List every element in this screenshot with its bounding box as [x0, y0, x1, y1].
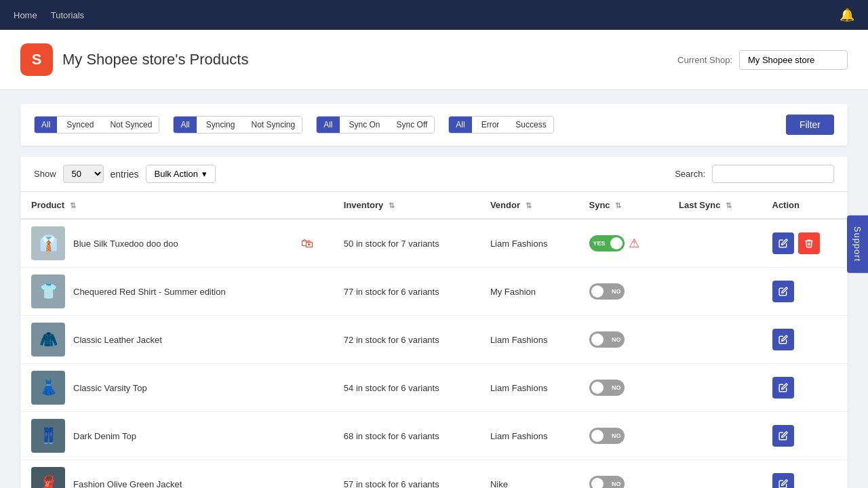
- col-shopee: [290, 192, 332, 219]
- sync-toggle[interactable]: NO: [589, 380, 625, 396]
- table-head: Product ⇅ Inventory ⇅ Vendor ⇅ Sync ⇅: [20, 192, 848, 219]
- products-table: Product ⇅ Inventory ⇅ Vendor ⇅ Sync ⇅: [20, 192, 848, 488]
- error-status-filter: All Error Success: [448, 116, 553, 134]
- action-cell: [762, 316, 848, 364]
- search-label: Search:: [675, 169, 705, 179]
- filter-synced[interactable]: Synced: [60, 117, 100, 133]
- filter-error[interactable]: Error: [475, 117, 507, 133]
- nav-home[interactable]: Home: [14, 10, 37, 20]
- filter-bar: All Synced Not Synced All Syncing Not Sy…: [20, 104, 848, 146]
- bulk-action-chevron-icon: ▾: [202, 169, 207, 179]
- product-cell: 👕 Chequered Red Shirt - Summer edition: [20, 268, 290, 316]
- edit-icon: [778, 287, 788, 296]
- filter-sync-off[interactable]: Sync Off: [390, 117, 435, 133]
- vendor-cell: Liam Fashions: [479, 316, 578, 364]
- col-inventory: Inventory ⇅: [333, 192, 479, 219]
- filter-all-error[interactable]: All: [449, 117, 471, 133]
- action-buttons: [772, 377, 837, 399]
- filter-all-onoff[interactable]: All: [317, 117, 339, 133]
- current-shop-input[interactable]: [739, 50, 848, 70]
- product-cell: 👔 Blue Silk Tuxedoo doo doo: [20, 219, 290, 268]
- product-name: Classic Leather Jacket: [73, 335, 162, 345]
- last-sync-cell: [668, 316, 762, 364]
- product-name: Dark Denim Top: [73, 431, 136, 441]
- filter-not-synced[interactable]: Not Synced: [103, 117, 159, 133]
- action-buttons: [772, 281, 837, 302]
- vendor-sort-icon[interactable]: ⇅: [526, 201, 532, 210]
- edit-button[interactable]: [772, 232, 794, 254]
- sync-sort-icon[interactable]: ⇅: [615, 201, 621, 210]
- action-cell: [762, 219, 848, 268]
- filter-sync-on[interactable]: Sync On: [342, 117, 387, 133]
- action-buttons: [772, 473, 837, 488]
- filter-all-sync[interactable]: All: [35, 117, 57, 133]
- vendor-cell: Liam Fashions: [479, 364, 578, 412]
- table-body: 👔 Blue Silk Tuxedoo doo doo 🛍50 in stock…: [20, 219, 848, 488]
- sync-toggle[interactable]: YES: [589, 235, 625, 251]
- edit-button[interactable]: [772, 329, 794, 350]
- inventory-cell: 68 in stock for 6 variants: [333, 412, 479, 460]
- table-controls: Show 50 25 100 entries Bulk Action ▾ Sea…: [20, 157, 848, 192]
- search-input[interactable]: [712, 165, 834, 183]
- sync-toggle[interactable]: NO: [589, 331, 625, 348]
- edit-button[interactable]: [772, 425, 794, 447]
- bulk-action-label: Bulk Action: [155, 169, 198, 179]
- action-buttons: [772, 232, 837, 254]
- main-content: All Synced Not Synced All Syncing Not Sy…: [0, 90, 868, 488]
- sync-toggle[interactable]: NO: [589, 428, 625, 444]
- edit-icon: [778, 383, 788, 392]
- syncing-status-filter: All Syncing Not Syncing: [173, 116, 302, 134]
- product-name: Chequered Red Shirt - Summer edition: [73, 287, 226, 297]
- product-cell: 🧥 Classic Leather Jacket: [20, 316, 290, 364]
- action-cell: [762, 412, 848, 460]
- filter-success[interactable]: Success: [509, 117, 553, 133]
- page-title: My Shopee store's Products: [62, 51, 248, 68]
- edit-icon: [778, 239, 788, 248]
- delete-button[interactable]: [798, 232, 820, 254]
- edit-button[interactable]: [772, 473, 794, 488]
- sync-toggle[interactable]: NO: [589, 283, 625, 300]
- inventory-sort-icon[interactable]: ⇅: [389, 201, 395, 210]
- product-sort-icon[interactable]: ⇅: [70, 201, 76, 210]
- action-buttons: [772, 425, 837, 447]
- last-sync-sort-icon[interactable]: ⇅: [726, 201, 732, 210]
- product-name: Classic Varsity Top: [73, 383, 147, 393]
- shopee-icon-cell: [290, 364, 332, 412]
- entries-select[interactable]: 50 25 100: [63, 165, 104, 183]
- product-image: 👕: [31, 274, 65, 308]
- shopee-bag-icon: 🛍: [301, 237, 313, 250]
- sync-cell: YES ⚠: [578, 219, 668, 268]
- table-row: 👔 Blue Silk Tuxedoo doo doo 🛍50 in stock…: [20, 219, 848, 268]
- shopee-icon-cell: [290, 460, 332, 489]
- edit-icon: [778, 431, 788, 441]
- vendor-cell: My Fashion: [479, 268, 578, 316]
- inventory-cell: 50 in stock for 7 variants: [333, 219, 479, 268]
- filter-all-syncing[interactable]: All: [174, 117, 196, 133]
- bulk-action-button[interactable]: Bulk Action ▾: [146, 165, 216, 183]
- error-icon: ⚠: [629, 236, 639, 251]
- logo-letter: S: [32, 51, 42, 68]
- table-row: 🧣 Fashion Olive Green Jacket 57 in stock…: [20, 460, 848, 489]
- edit-button[interactable]: [772, 377, 794, 399]
- edit-button[interactable]: [772, 281, 794, 302]
- nav-tutorials[interactable]: Tutorials: [51, 10, 84, 20]
- sync-toggle[interactable]: NO: [589, 476, 625, 488]
- sync-cell: NO: [578, 460, 668, 489]
- sync-status-filter: All Synced Not Synced: [34, 116, 159, 134]
- filter-syncing[interactable]: Syncing: [199, 117, 242, 133]
- action-buttons: [772, 329, 837, 350]
- delete-icon: [804, 239, 814, 248]
- filter-button[interactable]: Filter: [786, 115, 834, 135]
- col-product: Product ⇅: [20, 192, 290, 219]
- current-shop-label: Current Shop:: [677, 55, 732, 65]
- shopee-logo: S: [20, 43, 53, 76]
- sync-onoff-filter: All Sync On Sync Off: [316, 116, 435, 134]
- bell-icon[interactable]: 🔔: [840, 7, 854, 22]
- table-row: 👕 Chequered Red Shirt - Summer edition 7…: [20, 268, 848, 316]
- product-name: Blue Silk Tuxedoo doo doo: [73, 239, 178, 249]
- last-sync-cell: [668, 364, 762, 412]
- action-cell: [762, 460, 848, 489]
- filter-not-syncing[interactable]: Not Syncing: [244, 117, 302, 133]
- last-sync-cell: [668, 219, 762, 268]
- support-tab[interactable]: Support: [847, 216, 868, 273]
